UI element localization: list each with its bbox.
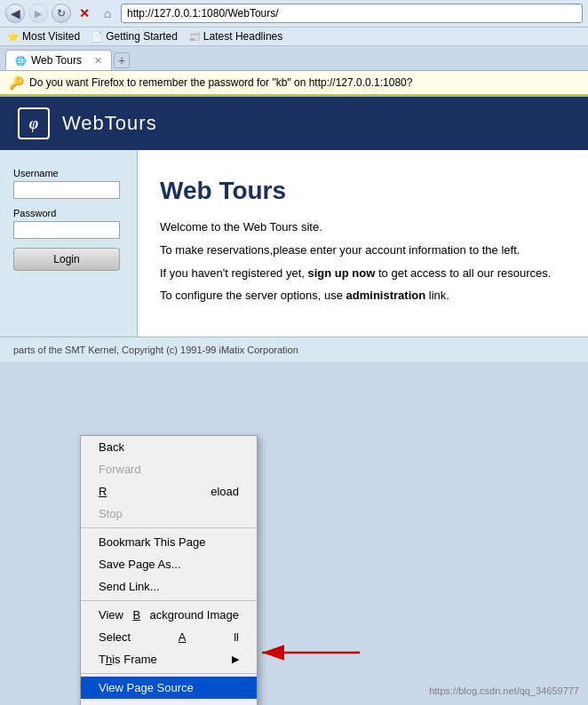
paragraph-3-after: to get access to all our resources. — [375, 266, 551, 280]
footer-text: parts of the SMT Kernel, Copyright (c) 1… — [13, 345, 298, 355]
context-menu-select-all[interactable]: Select All — [81, 626, 257, 648]
bookmarks-bar: ⭐ Most Visited 📄 Getting Started 📰 Lates… — [0, 28, 588, 46]
username-label: Username — [13, 168, 123, 178]
red-arrow-annotation — [258, 635, 364, 673]
new-tab-icon: + — [118, 53, 125, 67]
signup-link[interactable]: sign up now — [308, 266, 376, 280]
context-menu-send[interactable]: Send Link... — [81, 575, 257, 598]
notification-text: Do you want Firefox to remember the pass… — [29, 76, 412, 89]
webtours-brand-title: WebTours — [62, 112, 157, 135]
tab-bar: 🌐 Web Tours ✕ + — [0, 46, 588, 70]
footer-area: parts of the SMT Kernel, Copyright (c) 1… — [0, 337, 588, 362]
context-menu-back[interactable]: Back — [81, 436, 257, 458]
most-visited-label: Most Visited — [22, 30, 80, 43]
browser-chrome: ◀ ▶ ↻ ✕ ⌂ ⭐ Most Visited 📄 Getting Start… — [0, 0, 588, 71]
context-menu-reload[interactable]: Reload — [81, 480, 257, 503]
latest-headlines-icon: 📰 — [188, 31, 201, 43]
page-title: Web Tours — [160, 177, 566, 205]
paragraph-4: To configure the server options, use adm… — [160, 287, 566, 305]
separator-2 — [81, 600, 257, 601]
new-tab-button[interactable]: + — [114, 52, 130, 68]
main-content-area: Web Tours Welcome to the Web Tours site.… — [138, 150, 588, 337]
notification-bar: 🔑 Do you want Firefox to remember the pa… — [0, 71, 588, 95]
admin-link[interactable]: administration — [346, 289, 426, 302]
hp-logo-text: φ — [29, 115, 39, 133]
getting-started-bookmark[interactable]: 📄 Getting Started — [91, 30, 178, 43]
context-menu-forward: Forward — [81, 458, 257, 480]
paragraph-4-before: To configure the server options, use — [160, 289, 346, 302]
home-button[interactable]: ⌂ — [98, 4, 117, 23]
getting-started-icon: 📄 — [91, 31, 103, 43]
tab-title: Web Tours — [31, 54, 82, 67]
watermark: https://blog.csdn.net/qq_34659777 — [429, 685, 579, 696]
nav-bar: ◀ ▶ ↻ ✕ ⌂ — [0, 0, 588, 28]
key-icon: 🔑 — [9, 75, 24, 90]
tab-close-button[interactable]: ✕ — [94, 55, 102, 67]
password-input[interactable] — [13, 221, 120, 239]
most-visited-icon: ⭐ — [7, 31, 20, 43]
login-button[interactable]: Login — [13, 248, 120, 271]
watermark-text: https://blog.csdn.net/qq_34659777 — [429, 685, 579, 696]
context-menu: Back Forward Reload Stop Bookmark This P… — [80, 435, 258, 705]
hp-logo: φ — [18, 107, 50, 139]
login-panel: Username Password Login — [0, 150, 138, 337]
context-menu-stop: Stop — [81, 503, 257, 525]
context-menu-view-info[interactable]: View Page Info — [81, 699, 257, 705]
username-input[interactable] — [13, 181, 120, 199]
context-menu-view-source[interactable]: View Page Source — [81, 677, 257, 699]
context-menu-this-frame[interactable]: This Frame ▶ — [81, 648, 257, 670]
submenu-arrow: ▶ — [232, 654, 239, 665]
paragraph-3-before: If you haven't registered yet, — [160, 266, 308, 280]
separator-3 — [81, 673, 257, 674]
browser-content: φ WebTours Username Password Login Web T… — [0, 95, 588, 362]
paragraph-3: If you haven't registered yet, sign up n… — [160, 265, 566, 283]
latest-headlines-bookmark[interactable]: 📰 Latest Headlines — [188, 30, 282, 43]
reload-button[interactable]: ↻ — [52, 4, 71, 23]
content-area: Username Password Login Web Tours Welcom… — [0, 150, 588, 337]
context-menu-view-bg[interactable]: View Background Image — [81, 604, 257, 626]
paragraph-4-after: link. — [425, 289, 449, 302]
stop-button[interactable]: ✕ — [75, 4, 94, 23]
password-label: Password — [13, 208, 123, 218]
tab-favicon: 🌐 — [15, 56, 26, 66]
most-visited-bookmark[interactable]: ⭐ Most Visited — [7, 30, 80, 43]
context-menu-bookmark[interactable]: Bookmark This Page — [81, 531, 257, 553]
getting-started-label: Getting Started — [106, 30, 178, 43]
back-button[interactable]: ◀ — [5, 4, 25, 23]
paragraph-1: Welcome to the Web Tours site. — [160, 218, 566, 237]
url-bar[interactable] — [121, 4, 583, 23]
webtours-header: φ WebTours — [0, 97, 588, 150]
separator-1 — [81, 527, 257, 528]
paragraph-2: To make reservations,please enter your a… — [160, 242, 566, 260]
latest-headlines-label: Latest Headlines — [203, 30, 282, 43]
context-menu-save[interactable]: Save Page As... — [81, 553, 257, 575]
active-tab[interactable]: 🌐 Web Tours ✕ — [5, 50, 112, 70]
forward-button[interactable]: ▶ — [28, 4, 48, 23]
